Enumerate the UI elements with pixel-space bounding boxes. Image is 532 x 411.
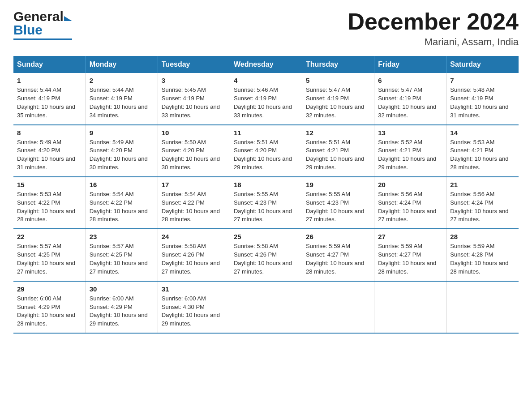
- day-number: 11: [234, 129, 298, 137]
- day-info: Sunrise: 5:56 AMSunset: 4:24 PMDaylight:…: [450, 191, 508, 223]
- title-block: December 2024 Mariani, Assam, India: [348, 9, 519, 48]
- day-info: Sunrise: 5:50 AMSunset: 4:20 PMDaylight:…: [162, 139, 220, 171]
- day-number: 1: [17, 77, 82, 84]
- day-info: Sunrise: 5:45 AMSunset: 4:19 PMDaylight:…: [162, 86, 220, 119]
- calendar-cell: 17 Sunrise: 5:54 AMSunset: 4:22 PMDaylig…: [158, 177, 230, 229]
- day-number: 30: [90, 285, 154, 293]
- day-number: 31: [162, 285, 226, 293]
- col-saturday: Saturday: [446, 56, 519, 73]
- day-info: Sunrise: 5:59 AMSunset: 4:27 PMDaylight:…: [306, 243, 364, 275]
- calendar-cell: 4 Sunrise: 5:46 AMSunset: 4:19 PMDayligh…: [230, 73, 302, 124]
- calendar-week-row-2: 8 Sunrise: 5:49 AMSunset: 4:20 PMDayligh…: [13, 125, 519, 177]
- day-number: 2: [90, 77, 154, 84]
- day-number: 24: [162, 233, 226, 240]
- day-info: Sunrise: 5:57 AMSunset: 4:25 PMDaylight:…: [90, 243, 148, 275]
- col-sunday: Sunday: [13, 56, 86, 73]
- day-number: 3: [162, 77, 226, 84]
- day-info: Sunrise: 5:59 AMSunset: 4:28 PMDaylight:…: [450, 243, 508, 275]
- day-info: Sunrise: 5:59 AMSunset: 4:27 PMDaylight:…: [378, 243, 436, 275]
- day-info: Sunrise: 5:58 AMSunset: 4:26 PMDaylight:…: [234, 243, 292, 275]
- calendar-cell: 18 Sunrise: 5:55 AMSunset: 4:23 PMDaylig…: [230, 177, 302, 229]
- calendar-week-row-1: 1 Sunrise: 5:44 AMSunset: 4:19 PMDayligh…: [13, 73, 519, 124]
- calendar-cell: 12 Sunrise: 5:51 AMSunset: 4:21 PMDaylig…: [302, 125, 374, 177]
- day-number: 12: [306, 129, 370, 137]
- day-info: Sunrise: 5:55 AMSunset: 4:23 PMDaylight:…: [306, 191, 364, 223]
- day-info: Sunrise: 6:00 AMSunset: 4:29 PMDaylight:…: [17, 295, 75, 327]
- day-info: Sunrise: 5:49 AMSunset: 4:20 PMDaylight:…: [90, 139, 148, 171]
- day-info: Sunrise: 5:53 AMSunset: 4:21 PMDaylight:…: [450, 139, 508, 171]
- calendar-cell: 28 Sunrise: 5:59 AMSunset: 4:28 PMDaylig…: [446, 229, 519, 281]
- day-info: Sunrise: 5:56 AMSunset: 4:24 PMDaylight:…: [378, 191, 436, 223]
- calendar-cell: 10 Sunrise: 5:50 AMSunset: 4:20 PMDaylig…: [158, 125, 230, 177]
- calendar-cell: 5 Sunrise: 5:47 AMSunset: 4:19 PMDayligh…: [302, 73, 374, 124]
- day-number: 26: [306, 233, 370, 240]
- calendar-cell: 24 Sunrise: 5:58 AMSunset: 4:26 PMDaylig…: [158, 229, 230, 281]
- col-tuesday: Tuesday: [158, 56, 230, 73]
- calendar-cell: [230, 281, 302, 333]
- day-info: Sunrise: 5:44 AMSunset: 4:19 PMDaylight:…: [90, 86, 148, 119]
- logo-triangle-icon: [64, 16, 72, 21]
- day-info: Sunrise: 5:52 AMSunset: 4:21 PMDaylight:…: [378, 139, 436, 171]
- day-info: Sunrise: 5:54 AMSunset: 4:22 PMDaylight:…: [90, 191, 148, 223]
- calendar-cell: 6 Sunrise: 5:47 AMSunset: 4:19 PMDayligh…: [374, 73, 446, 124]
- day-number: 25: [234, 233, 298, 240]
- day-number: 10: [162, 129, 226, 137]
- day-number: 27: [378, 233, 442, 240]
- day-info: Sunrise: 5:54 AMSunset: 4:22 PMDaylight:…: [162, 191, 220, 223]
- day-info: Sunrise: 5:47 AMSunset: 4:19 PMDaylight:…: [306, 86, 364, 119]
- calendar-cell: 11 Sunrise: 5:51 AMSunset: 4:20 PMDaylig…: [230, 125, 302, 177]
- calendar-cell: 14 Sunrise: 5:53 AMSunset: 4:21 PMDaylig…: [446, 125, 519, 177]
- day-info: Sunrise: 5:47 AMSunset: 4:19 PMDaylight:…: [378, 86, 436, 119]
- calendar-cell: 30 Sunrise: 6:00 AMSunset: 4:29 PMDaylig…: [86, 281, 158, 333]
- calendar-cell: [302, 281, 374, 333]
- page-title: December 2024: [348, 9, 519, 34]
- calendar-week-row-3: 15 Sunrise: 5:53 AMSunset: 4:22 PMDaylig…: [13, 177, 519, 229]
- day-info: Sunrise: 5:48 AMSunset: 4:19 PMDaylight:…: [450, 86, 508, 119]
- day-number: 5: [306, 77, 370, 84]
- day-number: 20: [378, 181, 442, 188]
- day-number: 4: [234, 77, 298, 84]
- calendar-cell: 15 Sunrise: 5:53 AMSunset: 4:22 PMDaylig…: [13, 177, 86, 229]
- calendar-cell: 29 Sunrise: 6:00 AMSunset: 4:29 PMDaylig…: [13, 281, 86, 333]
- day-info: Sunrise: 5:57 AMSunset: 4:25 PMDaylight:…: [17, 243, 75, 275]
- day-number: 14: [450, 129, 515, 137]
- calendar-week-row-4: 22 Sunrise: 5:57 AMSunset: 4:25 PMDaylig…: [13, 229, 519, 281]
- calendar-week-row-5: 29 Sunrise: 6:00 AMSunset: 4:29 PMDaylig…: [13, 281, 519, 333]
- logo-general-text: General: [13, 9, 64, 24]
- calendar-cell: 22 Sunrise: 5:57 AMSunset: 4:25 PMDaylig…: [13, 229, 86, 281]
- page-subtitle: Mariani, Assam, India: [348, 36, 519, 48]
- day-number: 17: [162, 181, 226, 188]
- calendar-cell: [374, 281, 446, 333]
- day-info: Sunrise: 5:51 AMSunset: 4:20 PMDaylight:…: [234, 139, 292, 171]
- day-info: Sunrise: 5:44 AMSunset: 4:19 PMDaylight:…: [17, 86, 75, 119]
- day-number: 28: [450, 233, 515, 240]
- calendar-cell: 23 Sunrise: 5:57 AMSunset: 4:25 PMDaylig…: [86, 229, 158, 281]
- calendar-cell: 19 Sunrise: 5:55 AMSunset: 4:23 PMDaylig…: [302, 177, 374, 229]
- day-info: Sunrise: 5:55 AMSunset: 4:23 PMDaylight:…: [234, 191, 292, 223]
- day-info: Sunrise: 6:00 AMSunset: 4:29 PMDaylight:…: [90, 295, 148, 327]
- day-number: 19: [306, 181, 370, 188]
- day-info: Sunrise: 5:51 AMSunset: 4:21 PMDaylight:…: [306, 139, 364, 171]
- day-info: Sunrise: 6:00 AMSunset: 4:30 PMDaylight:…: [162, 295, 220, 327]
- col-monday: Monday: [86, 56, 158, 73]
- day-number: 13: [378, 129, 442, 137]
- logo-underline: [13, 39, 72, 40]
- col-wednesday: Wednesday: [230, 56, 302, 73]
- day-number: 9: [90, 129, 154, 137]
- calendar-cell: 2 Sunrise: 5:44 AMSunset: 4:19 PMDayligh…: [86, 73, 158, 124]
- calendar-cell: 7 Sunrise: 5:48 AMSunset: 4:19 PMDayligh…: [446, 73, 519, 124]
- day-number: 22: [17, 233, 82, 240]
- day-number: 8: [17, 129, 82, 137]
- day-info: Sunrise: 5:49 AMSunset: 4:20 PMDaylight:…: [17, 139, 75, 171]
- col-thursday: Thursday: [302, 56, 374, 73]
- col-friday: Friday: [374, 56, 446, 73]
- calendar-cell: 21 Sunrise: 5:56 AMSunset: 4:24 PMDaylig…: [446, 177, 519, 229]
- calendar-cell: 27 Sunrise: 5:59 AMSunset: 4:27 PMDaylig…: [374, 229, 446, 281]
- day-number: 16: [90, 181, 154, 188]
- logo: General Blue: [13, 9, 72, 40]
- calendar-cell: 20 Sunrise: 5:56 AMSunset: 4:24 PMDaylig…: [374, 177, 446, 229]
- calendar-cell: 1 Sunrise: 5:44 AMSunset: 4:19 PMDayligh…: [13, 73, 86, 124]
- calendar-cell: 13 Sunrise: 5:52 AMSunset: 4:21 PMDaylig…: [374, 125, 446, 177]
- day-number: 23: [90, 233, 154, 240]
- calendar-cell: 3 Sunrise: 5:45 AMSunset: 4:19 PMDayligh…: [158, 73, 230, 124]
